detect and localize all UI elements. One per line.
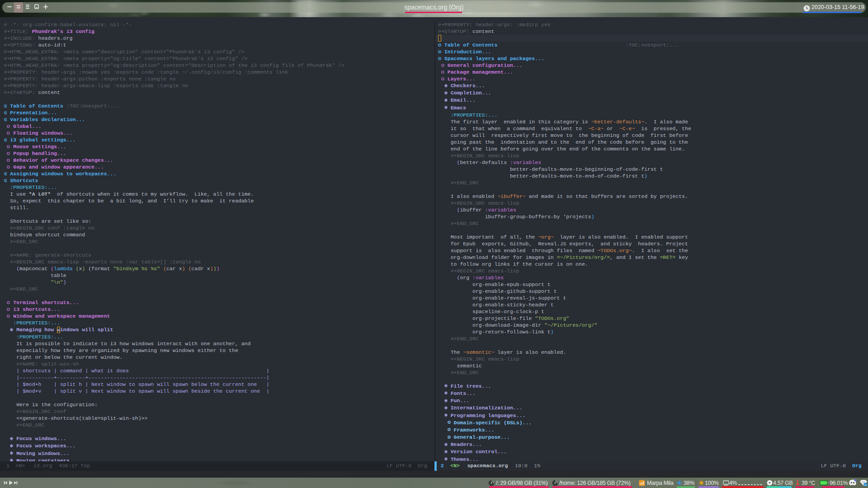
svg-text:ts: ts: [864, 483, 867, 486]
